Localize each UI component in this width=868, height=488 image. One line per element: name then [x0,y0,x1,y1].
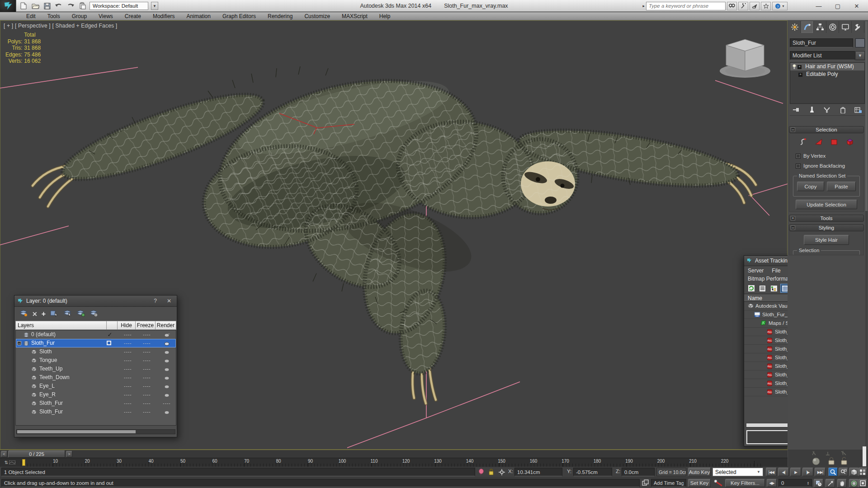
column-name[interactable]: Name [748,295,762,301]
add-selection-to-layer-icon[interactable] [76,310,85,318]
redo-icon[interactable] [66,2,75,10]
help-icon[interactable]: ? ▼ [772,2,788,10]
list-view-icon[interactable] [758,284,767,292]
render-toggle[interactable]: ---- [157,399,176,408]
menu-tools[interactable]: Tools [42,12,66,20]
ignore-backfacing-checkbox-row[interactable]: Ignore Backfacing [796,163,845,169]
make-unique-icon[interactable] [823,107,831,115]
application-menu-button[interactable] [0,0,16,12]
object-row[interactable]: Tongue ---- ---- [16,356,176,365]
collapse-icon[interactable]: – [17,341,21,345]
asset-scrollbar-sliver[interactable] [863,446,866,466]
infocenter-expand-icon[interactable]: ▸ [642,4,645,8]
freeze-toggle[interactable]: ---- [137,339,157,347]
column-layers[interactable]: Layers [15,321,107,330]
modifier-editable-poly[interactable]: + Editable Poly [790,70,864,78]
freeze-toggle[interactable]: ---- [137,365,157,373]
object-row[interactable]: Teeth_Down ---- ---- [16,373,176,382]
freeze-toggle[interactable]: ---- [137,347,157,356]
menu-modifiers[interactable]: Modifiers [147,12,181,20]
rollout-styling[interactable]: – Styling [789,224,864,231]
render-toggle[interactable] [157,339,176,347]
modifier-list-dropdown[interactable]: Modifier List [790,51,855,60]
render-toggle[interactable] [157,347,176,356]
hide-toggle[interactable]: ---- [119,356,137,365]
current-frame-field[interactable]: 0 ▲▼ [778,479,812,487]
freeze-toggle[interactable]: ---- [137,373,157,382]
freeze-toggle[interactable]: ---- [137,408,157,416]
layer-dialog-titlebar[interactable]: Layer: 0 (default) ? ✕ [14,296,177,307]
modifier-hair-and-fur[interactable]: + Hair and Fur (WSM) [790,63,864,70]
render-toggle[interactable] [157,330,176,339]
object-row[interactable]: Teeth_Up ---- ---- [16,365,176,373]
layer-properties-icon[interactable] [89,310,98,318]
project-folder-icon[interactable] [78,2,87,10]
menu-customize[interactable]: Customize [298,12,336,20]
layer-row[interactable]: 0 (default) ✓ ---- ---- [16,330,176,339]
command-panel-scrollbar[interactable] [865,21,868,465]
pin-stack-icon[interactable] [793,107,801,114]
select-in-layer-icon[interactable] [50,310,59,318]
object-row[interactable]: Sloth_Fur ---- ---- [16,408,176,416]
tab-motion-icon[interactable] [826,21,839,33]
communication-center-icon[interactable] [750,2,760,10]
menu-server[interactable]: Server [748,267,764,274]
by-vertex-checkbox[interactable] [796,154,801,159]
render-toggle[interactable] [157,373,176,382]
play-selected-icon[interactable] [826,479,835,488]
menu-group[interactable]: Group [66,12,93,20]
hide-toggle[interactable]: ---- [119,347,137,356]
add-time-tag-field[interactable]: Add Time Tag [651,479,686,487]
close-button[interactable]: ✕ [847,0,866,12]
menu-graph-editors[interactable]: Graph Editors [217,12,262,20]
face-subobject-icon[interactable] [815,138,823,147]
rollout-selection[interactable]: – Selection [789,126,864,133]
x-coordinate-field[interactable]: 10.341cm [514,468,562,476]
render-toggle[interactable] [157,408,176,416]
workspace-selector[interactable]: Workspace: Default [90,2,148,10]
expand-icon[interactable]: + [797,65,802,69]
hide-toggle[interactable]: ---- [119,330,137,339]
current-layer-box[interactable] [107,341,111,345]
copy-button[interactable]: Copy [797,182,824,191]
key-mode-toggle[interactable]: ◀▶ [767,479,777,487]
time-back-button[interactable]: < [1,451,7,457]
ignore-backfacing-checkbox[interactable] [796,164,801,169]
viewcube[interactable] [720,39,770,78]
next-frame-button[interactable]: |▶ [802,468,813,476]
render-toggle[interactable] [157,390,176,399]
update-selection-button[interactable]: Update Selection [796,200,857,209]
zoom-extents-all-button[interactable] [858,468,867,476]
hide-toggle[interactable]: ---- [119,390,137,399]
column-render[interactable]: Render [156,321,176,330]
polygon-subobject-icon[interactable] [830,138,838,147]
object-row[interactable]: Sloth ---- ---- [16,347,176,356]
subscription-icon[interactable] [738,2,748,10]
element-subobject-icon[interactable] [845,138,854,147]
key-filters-button[interactable]: Key Filters... [725,479,765,487]
selection-lock-icon[interactable] [488,469,494,477]
render-toggle[interactable] [157,382,176,390]
layer-horizontal-scrollbar[interactable] [16,429,175,434]
hair-guides-subobject-icon[interactable] [799,138,807,147]
zoom-all-button[interactable] [839,468,848,476]
menu-help[interactable]: Help [373,12,396,20]
object-name-field[interactable]: Sloth_Fur [790,38,853,47]
layer-dialog-close-icon[interactable]: ✕ [167,298,171,304]
open-file-icon[interactable] [31,2,40,10]
key-filter-scope-dropdown[interactable]: Selected ▼ [712,468,763,476]
expand-icon[interactable]: + [798,73,802,77]
show-end-result-icon[interactable] [810,106,814,115]
freeze-toggle[interactable]: ---- [137,382,157,390]
add-to-layer-icon[interactable]: + [42,310,46,318]
play-button[interactable]: ▶ [790,468,801,476]
refresh-icon[interactable] [747,284,755,292]
save-file-icon[interactable] [42,2,52,10]
paste-button[interactable]: Paste [827,182,856,191]
search-input[interactable] [646,2,726,10]
column-hide[interactable]: Hide [118,321,136,330]
configure-modifier-sets-icon[interactable] [854,107,862,115]
absolute-relative-toggle-icon[interactable] [498,469,505,477]
go-to-end-button[interactable]: ▶▶| [815,468,826,476]
column-current[interactable] [107,321,118,330]
